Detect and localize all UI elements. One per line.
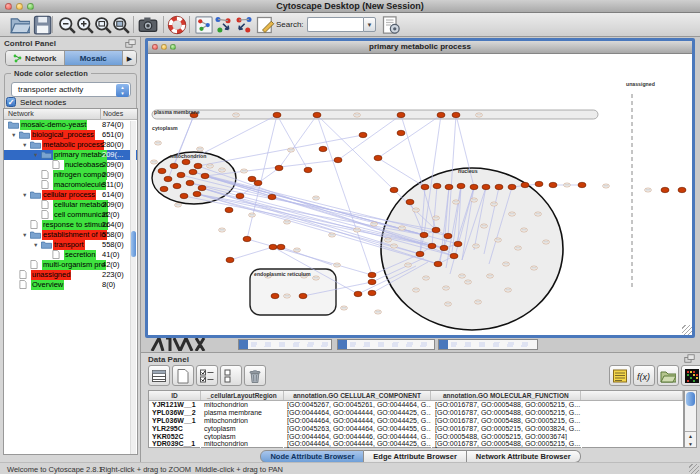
tree-row-cell-communicat[interactable]: cell communicat22(0) [4,210,137,220]
tree-row-primary-metabo[interactable]: ▼primary metabo209(... [4,150,137,160]
tree-row-nucleobase-[interactable]: nucleobase-209(0) [4,160,137,170]
table-cell[interactable]: YPL036W__1 [149,417,201,425]
export-image-icon[interactable] [138,15,158,35]
search-dropdown-button[interactable]: ▼ [363,17,376,32]
import-attributes-icon[interactable] [657,365,679,386]
plugin-help-icon[interactable] [167,15,187,35]
table-cell[interactable]: mitochondrion [201,417,284,425]
table-cell[interactable]: [GO:0044464, GO:0044444, GO:0044425, G..… [284,409,432,417]
network-node-selected[interactable] [374,155,382,160]
more-tabs-button[interactable]: ▶ [123,51,136,65]
network-node-selected[interactable] [421,184,429,189]
network-node-selected[interactable] [390,187,398,192]
background-network-window[interactable] [438,339,538,350]
background-network-window[interactable] [337,339,435,350]
network-node-selected[interactable] [445,184,453,189]
table-cell[interactable]: [GO:0044464, GO:0044446, GO:0044444, G..… [284,433,432,441]
network-node-selected[interactable] [661,187,669,192]
background-network-window[interactable] [238,339,332,350]
search-options-icon[interactable] [381,15,401,35]
network-node-selected[interactable] [313,112,321,117]
network-node-selected[interactable] [454,241,462,246]
network-node-selected[interactable] [444,233,452,238]
apply-layout-b-icon[interactable] [234,15,254,35]
column-header-empty[interactable] [581,391,683,400]
table-cell[interactable]: [GO:0044464, GO:0044444, GO:0044425, G..… [284,417,432,425]
tab-mosaic[interactable]: Mosaic [65,51,124,65]
tree-row-overview[interactable]: Overview8(0) [4,280,137,290]
annotations-icon[interactable] [255,15,275,35]
network-node-selected[interactable] [198,185,206,190]
network-node-selected[interactable] [177,172,185,177]
table-cell[interactable]: YLR295C [149,425,201,433]
network-node-selected[interactable] [299,293,307,298]
tree-row-transport[interactable]: ▼transport558(0) [4,240,137,250]
network-node-selected[interactable] [508,184,516,189]
tree-row-biological-process[interactable]: ▼biological_process651(0) [4,130,137,140]
network-node-selected[interactable] [304,167,312,172]
network-node-selected[interactable] [277,244,285,249]
network-node-selected[interactable] [437,112,445,117]
table-cell[interactable]: YJR121W__1 [149,401,201,409]
network-node-selected[interactable] [186,180,194,185]
table-scrollbar-arrows[interactable]: ▲▼ [685,431,696,447]
float-panel-icon[interactable] [125,39,136,49]
table-row-YDR039C__1[interactable]: YDR039C__1mitochondrion[GO:0044464, GO:0… [149,440,683,448]
network-node-selected[interactable] [189,169,197,174]
tree-row-establishment-of-lo[interactable]: ▼establishment of lo558(0) [4,230,137,240]
network-node-selected[interactable] [193,191,201,196]
table-cell[interactable]: mitochondrion [201,440,284,448]
tree-row-cellular-process[interactable]: ▼cellular process614(0) [4,190,137,200]
table-cell[interactable]: [GO:0044464, GO:0044444, GO:0044425, G..… [284,440,432,448]
network-node-selected[interactable] [428,243,436,248]
network-node-selected[interactable] [271,293,279,298]
close-view-button[interactable] [152,44,158,50]
network-node-selected[interactable] [368,290,376,295]
resize-grip[interactable] [689,464,699,474]
network-node-selected[interactable] [334,157,342,162]
save-session-icon[interactable] [32,15,52,35]
tab-network[interactable]: Network [6,51,65,65]
table-scrollbar-thumb[interactable] [686,392,695,406]
attribute-table-icon[interactable] [148,365,170,386]
network-node-selected[interactable] [201,173,209,178]
table-cell[interactable]: cytoplasm [201,433,284,441]
network-node-selected[interactable] [248,176,256,181]
network-node-selected[interactable] [521,182,529,187]
network-node-selected[interactable] [275,165,283,170]
network-node-selected[interactable] [434,261,442,266]
table-cell[interactable]: cytoplasm [201,425,284,433]
tree-row-response-to-stimulu[interactable]: response to stimulu264(0) [4,220,137,230]
table-cell[interactable]: [GO:0016787, GO:0005215, GO:0003824, G..… [432,425,582,433]
table-cell[interactable]: YDR039C__1 [149,440,201,448]
minimize-window-button[interactable] [16,3,23,10]
table-cell[interactable]: [GO:0016787, GO:0005488, GO:0005215, G..… [432,440,582,448]
select-attributes-icon[interactable] [196,365,218,386]
tree-row-multi-organism-pro[interactable]: multi-organism pro42(0) [4,260,137,270]
formula-icon[interactable]: f(x) [633,365,655,386]
table-cell[interactable]: [GO:0045263, GO:0044464, GO:0044455, G..… [284,425,432,433]
network-node-selected[interactable] [226,257,234,262]
table-row-YPL036W__2[interactable]: YPL036W__2plasma membrane[GO:0044464, GO… [149,409,683,417]
network-node-selected[interactable] [160,186,168,191]
network-node-selected[interactable] [678,187,686,192]
delete-attribute-icon[interactable] [244,365,266,386]
tree-row-mosaic-demo-yeast[interactable]: mosaic-demo-yeast874(0) [4,120,137,130]
network-node-selected[interactable] [269,244,277,249]
network-node-selected[interactable] [173,183,181,188]
unselect-attributes-icon[interactable] [220,365,242,386]
zoom-view-button[interactable] [170,44,176,50]
table-row-YLR295C[interactable]: YLR295Ccytoplasm[GO:0045263, GO:0044464,… [149,425,683,433]
zoom-window-button[interactable] [27,3,34,10]
network-node-selected[interactable] [158,168,166,173]
zoom-out-icon[interactable] [57,15,77,35]
network-tree-header[interactable]: Network Nodes [4,109,137,120]
network-node-selected[interactable] [236,193,244,198]
network-node-selected[interactable] [170,163,178,168]
column-header-annotation.GO CELLULAR_COMPONENT[interactable]: annotation.GO CELLULAR_COMPONENT [284,391,432,400]
column-header-annotation.GO MOLECULAR_FUNCTION[interactable]: annotation.GO MOLECULAR_FUNCTION [431,391,581,400]
tree-scrollbar[interactable] [130,121,136,455]
network-node-selected[interactable] [397,112,405,117]
network-node-selected[interactable] [420,232,428,237]
network-node-selected[interactable] [194,163,202,168]
